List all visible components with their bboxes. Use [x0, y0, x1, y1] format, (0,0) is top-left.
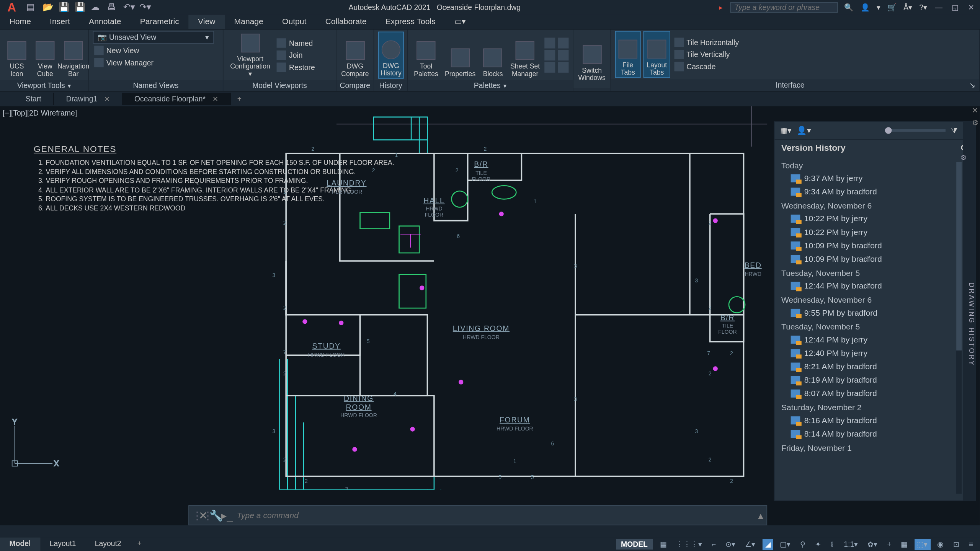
- view-combo[interactable]: 📷 Unsaved View▾: [93, 31, 214, 44]
- qat-open-icon[interactable]: 📂: [42, 2, 53, 13]
- sb-iso-icon[interactable]: ∠▾: [742, 538, 758, 550]
- minimize-icon[interactable]: —: [934, 3, 944, 11]
- sb-ortho-icon[interactable]: ⌐: [709, 539, 719, 549]
- dropdown-icon[interactable]: ▾: [877, 3, 881, 12]
- sheet-set-button[interactable]: Sheet Set Manager: [508, 31, 542, 78]
- vh-side-label[interactable]: DRAWING HISTORY ⚙: [963, 122, 975, 500]
- panel-viewport-tools[interactable]: Viewport Tools▾: [0, 80, 88, 91]
- cascade-button[interactable]: Cascade: [673, 61, 740, 72]
- qat-save-icon[interactable]: 💾: [59, 2, 69, 13]
- qat-undo-icon[interactable]: ↶▾: [123, 2, 134, 13]
- sb-otrack-icon[interactable]: ▢▾: [777, 538, 793, 550]
- sb-osnap-icon[interactable]: ◢: [763, 538, 773, 550]
- qat-redo-icon[interactable]: ↷▾: [139, 2, 150, 13]
- vh-item[interactable]: 10:09 PM by bradford: [774, 252, 975, 266]
- qat-web-icon[interactable]: ☁: [91, 2, 101, 13]
- add-tab-icon[interactable]: +: [230, 93, 248, 105]
- named-button[interactable]: Named: [276, 37, 316, 48]
- panel-gear-icon[interactable]: ⚙: [970, 118, 980, 127]
- vh-item[interactable]: 10:22 PM by jerry: [774, 225, 975, 239]
- ucs-icon[interactable]: YX: [7, 418, 61, 474]
- panel-palettes[interactable]: Palettes▾: [408, 80, 573, 91]
- search-icon[interactable]: 🔍: [844, 3, 854, 12]
- sb-transparency-icon[interactable]: ✦: [812, 538, 824, 550]
- properties-button[interactable]: Properties: [443, 31, 477, 78]
- vh-item[interactable]: 12:44 PM by bradford: [774, 279, 975, 293]
- add-layout-icon[interactable]: +: [131, 538, 148, 551]
- vh-item[interactable]: 8:16 AM by bradford: [774, 414, 975, 427]
- vh-user-icon[interactable]: 👤▾: [797, 126, 811, 135]
- layout-2[interactable]: Layout2: [85, 538, 131, 551]
- cmd-history-icon[interactable]: ▴: [755, 509, 767, 522]
- tab-view[interactable]: View: [188, 15, 225, 29]
- command-line[interactable]: ⋮⋮ ✕ 🔧 ▸_ ▴: [188, 505, 767, 525]
- close-tab-icon[interactable]: ✕: [104, 96, 109, 103]
- vh-item[interactable]: 8:14 AM by bradford: [774, 427, 975, 440]
- vh-item[interactable]: 9:34 AM by bradford: [774, 185, 975, 198]
- palette-icon-3[interactable]: [544, 62, 555, 72]
- layout-tabs-button[interactable]: Layout Tabs: [644, 31, 670, 78]
- file-tabs-button[interactable]: File Tabs: [615, 31, 641, 78]
- sb-lwt-icon[interactable]: ⚲: [797, 538, 808, 550]
- cmd-close-icon[interactable]: ✕: [197, 509, 209, 522]
- vh-item[interactable]: 12:44 PM by jerry: [774, 333, 975, 346]
- cmd-customize-icon[interactable]: 🔧: [209, 509, 222, 522]
- tool-palettes-button[interactable]: Tool Palettes: [412, 31, 440, 78]
- drawing-canvas[interactable]: GENERAL NOTES FOUNDATION VENTILATION EQU…: [0, 106, 767, 501]
- vh-scrollbar[interactable]: [956, 162, 962, 494]
- tab-home[interactable]: Home: [0, 15, 41, 29]
- vh-item[interactable]: 8:21 AM by bradford: [774, 360, 975, 373]
- vh-slider[interactable]: [885, 129, 946, 132]
- qat-new-icon[interactable]: ▤: [26, 2, 37, 13]
- tab-collaborate[interactable]: Collaborate: [316, 15, 376, 29]
- palette-icon-6[interactable]: [558, 62, 568, 72]
- view-cube-button[interactable]: View Cube: [32, 31, 58, 78]
- sb-units-icon[interactable]: ⬚▾: [914, 538, 930, 550]
- restore-icon[interactable]: ◱: [950, 3, 960, 12]
- tile-vert-button[interactable]: Tile Vertically: [673, 49, 740, 60]
- vh-item[interactable]: 9:37 AM by jerry: [774, 171, 975, 185]
- palette-icon-4[interactable]: [558, 37, 568, 48]
- sb-plus-icon[interactable]: +: [884, 539, 894, 549]
- vh-item[interactable]: 10:22 PM by jerry: [774, 212, 975, 225]
- sb-menu-icon[interactable]: ≡: [966, 539, 976, 549]
- sb-grid-icon[interactable]: ▦: [657, 538, 670, 550]
- panel-close-icon[interactable]: ✕: [970, 106, 980, 115]
- blocks-button[interactable]: Blocks: [480, 31, 506, 78]
- ucs-icon-button[interactable]: UCS Icon: [4, 31, 30, 78]
- sb-qs-icon[interactable]: ▦: [898, 538, 910, 550]
- close-tab-icon[interactable]: ✕: [212, 96, 218, 103]
- layout-model[interactable]: Model: [0, 538, 40, 551]
- command-input[interactable]: [233, 510, 755, 520]
- vh-item[interactable]: 8:07 AM by bradford: [774, 387, 975, 400]
- sb-model[interactable]: MODEL: [616, 539, 653, 549]
- close-icon[interactable]: ✕: [966, 3, 976, 12]
- qat-plot-icon[interactable]: 🖶: [107, 2, 118, 13]
- qat-saveas-icon[interactable]: 💾: [75, 2, 85, 13]
- vh-gear-icon[interactable]: ⚙: [960, 154, 968, 161]
- tab-insert[interactable]: Insert: [41, 15, 80, 29]
- tab-annotate[interactable]: Annotate: [79, 15, 131, 29]
- dwg-history-button[interactable]: DWG History: [378, 31, 404, 78]
- sb-scale[interactable]: 1:1▾: [841, 538, 861, 550]
- vh-item[interactable]: 10:09 PM by bradford: [774, 239, 975, 252]
- tile-horiz-button[interactable]: Tile Horizontally: [673, 37, 740, 48]
- restore-button[interactable]: Restore: [276, 62, 316, 72]
- sb-hw-icon[interactable]: ◉: [934, 538, 947, 550]
- view-manager-button[interactable]: View Manager: [93, 57, 219, 68]
- dwg-compare-button[interactable]: DWG Compare: [341, 31, 370, 78]
- search-input[interactable]: [730, 2, 838, 13]
- cmd-grip-icon[interactable]: ⋮⋮: [189, 509, 197, 522]
- viewport-config-button[interactable]: Viewport Configuration▾: [227, 31, 273, 78]
- search-arrow-icon[interactable]: ▸: [719, 3, 723, 12]
- palette-icon-2[interactable]: [544, 49, 555, 60]
- tab-output[interactable]: Output: [273, 15, 316, 29]
- palette-icon-5[interactable]: [558, 49, 568, 60]
- tab-manage[interactable]: Manage: [225, 15, 273, 29]
- new-view-button[interactable]: New View: [93, 45, 219, 56]
- vh-item[interactable]: 9:55 PM by bradford: [774, 306, 975, 320]
- switch-windows-button[interactable]: Switch Windows: [577, 35, 606, 82]
- layout-1[interactable]: Layout1: [40, 538, 85, 551]
- vh-filter-icon[interactable]: ⧩: [951, 126, 958, 135]
- tab-express[interactable]: Express Tools: [376, 15, 445, 29]
